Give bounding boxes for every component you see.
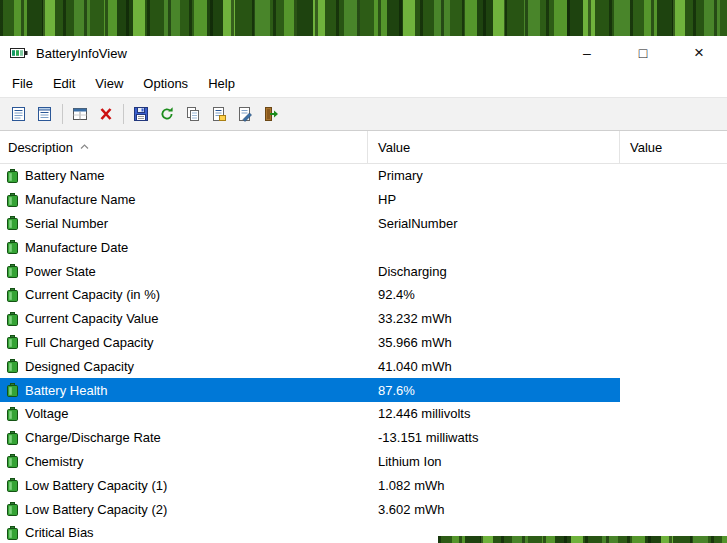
row-description: Low Battery Capacity (2): [25, 502, 167, 517]
app-icon: [10, 46, 28, 60]
battery-icon: [7, 240, 18, 254]
delete-icon[interactable]: [93, 101, 119, 127]
table-row[interactable]: Manufacture NameHP: [0, 188, 727, 212]
menu-help[interactable]: Help: [198, 70, 245, 97]
toolbar-separator: [123, 104, 124, 124]
menu-options[interactable]: Options: [133, 70, 198, 97]
row-description: Manufacture Name: [25, 192, 136, 207]
row-description: Manufacture Date: [25, 240, 128, 255]
toolbar: [0, 97, 727, 131]
properties-icon[interactable]: [206, 101, 232, 127]
clipboard-report-icon[interactable]: [32, 101, 58, 127]
row-value: HP: [368, 192, 620, 207]
table-row[interactable]: Charge/Discharge Rate-13.151 milliwatts: [0, 426, 727, 450]
table-row[interactable]: Battery NamePrimary: [0, 164, 727, 188]
row-description: Full Charged Capacity: [25, 335, 154, 350]
row-description: Serial Number: [25, 216, 108, 231]
table-row[interactable]: Low Battery Capacity (2)3.602 mWh: [0, 497, 727, 521]
desktop-wallpaper-strip: [438, 536, 727, 543]
list-header: Description Value Value: [0, 131, 727, 164]
minimize-button[interactable]: –: [559, 36, 615, 70]
window-controls: – □ ×: [559, 36, 727, 70]
exit-icon[interactable]: [258, 101, 284, 127]
row-description: Battery Name: [25, 168, 104, 183]
battery-icon: [7, 264, 18, 278]
table-row[interactable]: Manufacture Date: [0, 235, 727, 259]
row-description: Voltage: [25, 406, 68, 421]
table-row[interactable]: ChemistryLithium Ion: [0, 450, 727, 474]
row-value: -13.151 milliwatts: [368, 430, 620, 445]
row-value: 41.040 mWh: [368, 359, 620, 374]
table-row[interactable]: Designed Capacity41.040 mWh: [0, 354, 727, 378]
save-icon[interactable]: [128, 101, 154, 127]
row-value: 12.446 millivolts: [368, 406, 620, 421]
choose-columns-icon[interactable]: [67, 101, 93, 127]
desktop-wallpaper: [0, 0, 727, 36]
report-icon[interactable]: [6, 101, 32, 127]
table-row[interactable]: Battery Health87.6%: [0, 378, 727, 402]
table-row[interactable]: Voltage12.446 millivolts: [0, 402, 727, 426]
table-row[interactable]: Low Battery Capacity (1)1.082 mWh: [0, 473, 727, 497]
row-value: 33.232 mWh: [368, 311, 620, 326]
row-value: Lithium Ion: [368, 454, 620, 469]
table-row[interactable]: Current Capacity (in %)92.4%: [0, 283, 727, 307]
battery-icon: [7, 288, 18, 302]
row-description: Charge/Discharge Rate: [25, 430, 161, 445]
row-description: Low Battery Capacity (1): [25, 478, 167, 493]
row-description: Current Capacity (in %): [25, 287, 160, 302]
row-description: Critical Bias: [25, 525, 94, 540]
toolbar-separator: [62, 104, 63, 124]
table-row[interactable]: Serial NumberSerialNumber: [0, 212, 727, 236]
battery-icon: [7, 193, 18, 207]
battery-icon: [7, 359, 18, 373]
menu-edit[interactable]: Edit: [43, 70, 85, 97]
row-value: Primary: [368, 168, 620, 183]
battery-icon: [7, 407, 18, 421]
maximize-button[interactable]: □: [615, 36, 671, 70]
row-description: Battery Health: [25, 383, 107, 398]
titlebar: BatteryInfoView – □ ×: [0, 36, 727, 70]
battery-icon: [7, 312, 18, 326]
battery-icon: [7, 502, 18, 516]
battery-icon: [7, 169, 18, 183]
battery-icon: [7, 454, 18, 468]
battery-icon: [7, 383, 18, 397]
table-row[interactable]: Current Capacity Value33.232 mWh: [0, 307, 727, 331]
advanced-options-icon[interactable]: [232, 101, 258, 127]
row-value: SerialNumber: [368, 216, 620, 231]
column-header-value-2[interactable]: Value: [620, 131, 727, 163]
row-description: Chemistry: [25, 454, 84, 469]
battery-icon: [7, 216, 18, 230]
battery-icon: [7, 431, 18, 445]
row-value: 3.602 mWh: [368, 502, 620, 517]
column-header-description[interactable]: Description: [0, 131, 368, 163]
column-header-value[interactable]: Value: [368, 131, 620, 163]
battery-icon: [7, 335, 18, 349]
close-button[interactable]: ×: [671, 36, 727, 70]
battery-icon: [7, 478, 18, 492]
menubar: File Edit View Options Help: [0, 70, 727, 97]
row-value: 1.082 mWh: [368, 478, 620, 493]
row-description: Current Capacity Value: [25, 311, 158, 326]
menu-file[interactable]: File: [2, 70, 43, 97]
sort-indicator-icon: [80, 144, 89, 150]
row-value: 87.6%: [368, 383, 620, 398]
copy-icon[interactable]: [180, 101, 206, 127]
batteryinfoview-window: BatteryInfoView – □ × File Edit View Opt…: [0, 36, 727, 543]
window-title: BatteryInfoView: [36, 46, 127, 61]
rows: Battery NamePrimaryManufacture NameHPSer…: [0, 164, 727, 543]
row-value: Discharging: [368, 264, 620, 279]
row-value: 92.4%: [368, 287, 620, 302]
battery-icon: [7, 526, 18, 540]
table-row[interactable]: Full Charged Capacity35.966 mWh: [0, 331, 727, 355]
row-value: 35.966 mWh: [368, 335, 620, 350]
refresh-icon[interactable]: [154, 101, 180, 127]
battery-list: Description Value Value Battery NamePrim…: [0, 131, 727, 543]
row-description: Designed Capacity: [25, 359, 134, 374]
menu-view[interactable]: View: [85, 70, 133, 97]
table-row[interactable]: Power StateDischarging: [0, 259, 727, 283]
row-description: Power State: [25, 264, 96, 279]
